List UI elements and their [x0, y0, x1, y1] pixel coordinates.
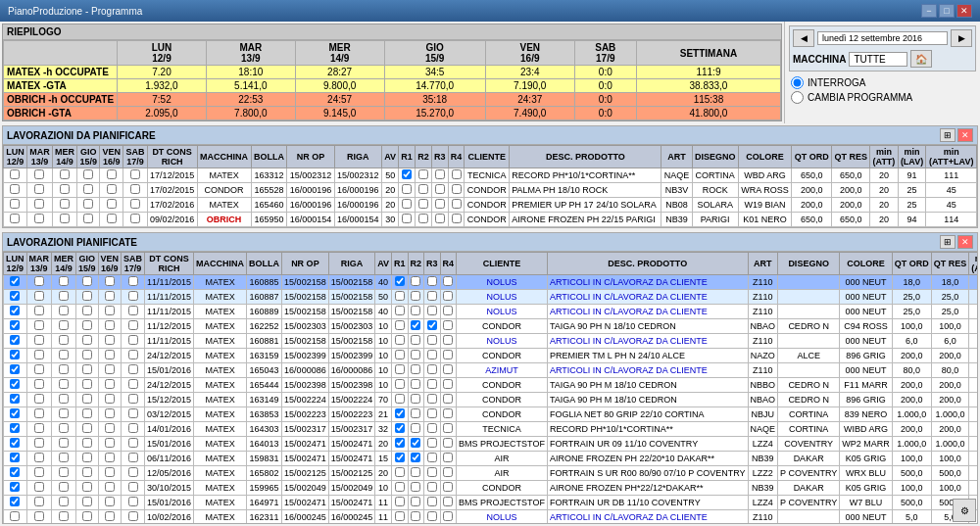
r2-cb[interactable]	[411, 306, 420, 315]
mer-cb[interactable]	[59, 364, 69, 374]
r1-cb[interactable]	[395, 335, 405, 345]
gio-cb[interactable]	[82, 438, 92, 448]
sab-cb[interactable]	[128, 408, 138, 418]
mer-cb[interactable]	[60, 169, 70, 179]
ven-cb[interactable]	[105, 467, 115, 477]
mer-cb[interactable]	[59, 291, 69, 301]
mer-cb[interactable]	[59, 467, 69, 477]
lav-pianificate-expand-button[interactable]: ⊞	[940, 235, 956, 249]
ven-cb[interactable]	[105, 438, 115, 448]
mer-cb[interactable]	[59, 453, 69, 462]
r1-cb[interactable]	[395, 438, 405, 448]
mar-cb[interactable]	[34, 276, 44, 286]
r1-cb[interactable]	[402, 184, 412, 194]
r2-cb[interactable]	[411, 291, 420, 301]
r3-cb[interactable]	[427, 320, 437, 330]
r1-cb[interactable]	[395, 379, 405, 389]
gio-cb[interactable]	[83, 169, 93, 179]
r4-cb[interactable]	[443, 350, 453, 359]
gio-cb[interactable]	[82, 511, 92, 521]
mar-cb[interactable]	[34, 306, 44, 315]
r1-cb[interactable]	[395, 453, 405, 462]
sab-cb[interactable]	[128, 335, 138, 345]
gio-cb[interactable]	[83, 199, 93, 209]
home-button[interactable]: 🏠	[910, 50, 932, 68]
r1-cb[interactable]	[395, 276, 405, 286]
sab-cb[interactable]	[128, 276, 138, 286]
r3-cb[interactable]	[435, 199, 445, 209]
ven-cb[interactable]	[105, 511, 115, 521]
mar-cb[interactable]	[34, 482, 44, 492]
r2-cb[interactable]	[411, 364, 420, 374]
gio-cb[interactable]	[82, 364, 92, 374]
ven-cb[interactable]	[107, 184, 117, 194]
sab-cb[interactable]	[128, 364, 138, 374]
mar-cb[interactable]	[34, 423, 44, 433]
mer-cb[interactable]	[59, 350, 69, 359]
lun-cb[interactable]	[10, 453, 20, 462]
mer-cb[interactable]	[60, 184, 70, 194]
gio-cb[interactable]	[82, 320, 92, 330]
ven-cb[interactable]	[105, 482, 115, 492]
r1-cb[interactable]	[395, 394, 405, 404]
ven-cb[interactable]	[105, 394, 115, 404]
r2-cb[interactable]	[411, 350, 420, 359]
gio-cb[interactable]	[82, 423, 92, 433]
lav-pianificate-scroll[interactable]: LUN12/9 MAR13/9 MER14/9 GIO15/9 VEN16/9 …	[3, 252, 977, 523]
r4-cb[interactable]	[452, 214, 462, 223]
r4-cb[interactable]	[443, 276, 453, 286]
r1-cb[interactable]	[402, 199, 412, 209]
r2-cb[interactable]	[411, 320, 420, 330]
r3-cb[interactable]	[427, 511, 437, 521]
gio-cb[interactable]	[82, 394, 92, 404]
lav-pianificate-close-button[interactable]: ✕	[957, 235, 973, 249]
ven-cb[interactable]	[105, 306, 115, 315]
sab-cb[interactable]	[128, 394, 138, 404]
lun-cb[interactable]	[10, 364, 20, 374]
r1-cb[interactable]	[395, 467, 405, 477]
mer-cb[interactable]	[59, 379, 69, 389]
ven-cb[interactable]	[107, 199, 117, 209]
sab-cb[interactable]	[128, 350, 138, 359]
r2-cb[interactable]	[411, 511, 420, 521]
sab-cb[interactable]	[128, 438, 138, 448]
r1-cb[interactable]	[395, 497, 405, 506]
r4-cb[interactable]	[443, 306, 453, 315]
ven-cb[interactable]	[105, 364, 115, 374]
r2-cb[interactable]	[418, 214, 428, 223]
gio-cb[interactable]	[82, 276, 92, 286]
r1-cb[interactable]	[402, 169, 412, 179]
gio-cb[interactable]	[82, 482, 92, 492]
r2-cb[interactable]	[411, 335, 420, 345]
lav-da-pianificare-expand-button[interactable]: ⊞	[940, 128, 956, 142]
sab-cb[interactable]	[128, 511, 138, 521]
r3-cb[interactable]	[427, 394, 437, 404]
interroga-radio[interactable]	[791, 76, 804, 89]
r4-cb[interactable]	[443, 482, 453, 492]
mar-cb[interactable]	[34, 408, 44, 418]
mar-cb[interactable]	[34, 364, 44, 374]
mar-cb[interactable]	[34, 169, 44, 179]
ven-cb[interactable]	[105, 291, 115, 301]
gio-cb[interactable]	[82, 291, 92, 301]
lun-cb[interactable]	[10, 438, 20, 448]
mer-cb[interactable]	[59, 408, 69, 418]
r3-cb[interactable]	[435, 169, 445, 179]
sab-cb[interactable]	[130, 199, 140, 209]
r1-cb[interactable]	[395, 350, 405, 359]
lun-cb[interactable]	[10, 511, 20, 521]
r4-cb[interactable]	[443, 438, 453, 448]
r1-cb[interactable]	[395, 291, 405, 301]
mer-cb[interactable]	[60, 214, 70, 223]
lun-cb[interactable]	[10, 408, 20, 418]
lun-cb[interactable]	[10, 394, 20, 404]
ven-cb[interactable]	[107, 169, 117, 179]
r3-cb[interactable]	[427, 335, 437, 345]
gio-cb[interactable]	[82, 497, 92, 506]
r4-cb[interactable]	[443, 394, 453, 404]
sab-cb[interactable]	[128, 482, 138, 492]
r2-cb[interactable]	[411, 379, 420, 389]
sab-cb[interactable]	[130, 184, 140, 194]
r3-cb[interactable]	[427, 364, 437, 374]
gio-cb[interactable]	[82, 379, 92, 389]
